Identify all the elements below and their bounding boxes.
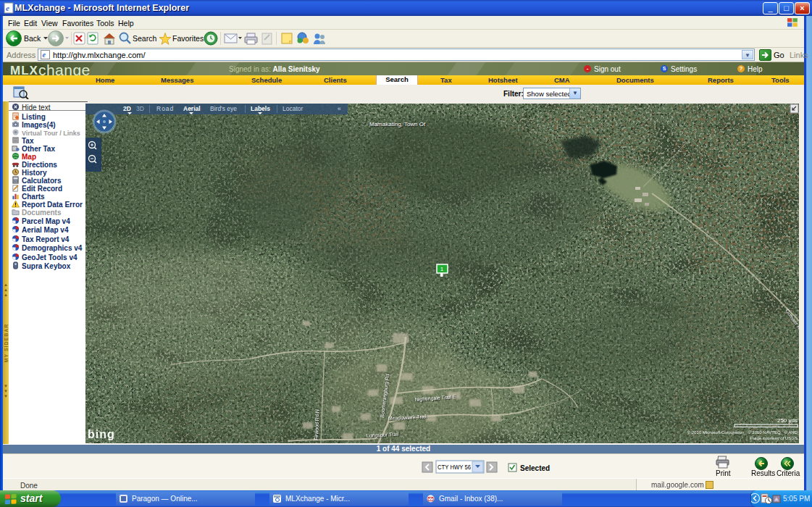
svg-text:Road: Road	[156, 105, 174, 112]
svg-text:e: e	[43, 51, 46, 59]
svg-text:Print: Print	[716, 469, 731, 477]
svg-text:Criteria: Criteria	[777, 469, 800, 477]
svg-text:Mamakating, Town Of: Mamakating, Town Of	[369, 121, 426, 127]
svg-text:Image courtesy of USGS: Image courtesy of USGS	[750, 436, 798, 440]
svg-text:© 2010 Microsoft Corporation: © 2010 Microsoft Corporation © 2010 NAVT…	[687, 430, 798, 435]
svg-text:Results: Results	[751, 469, 775, 477]
svg-text:Bird's eye: Bird's eye	[210, 105, 237, 112]
svg-text:Search: Search	[133, 34, 156, 43]
svg-text:CTY HWY 56: CTY HWY 56	[438, 464, 471, 471]
svg-text:Firwood Rd N: Firwood Rd N	[314, 409, 319, 440]
svg-text:Labels: Labels	[251, 105, 270, 112]
svg-text:250 yds: 250 yds	[777, 417, 798, 424]
svg-text:«: «	[338, 105, 341, 112]
svg-text:e: e	[6, 4, 9, 12]
svg-text:Aerial: Aerial	[183, 105, 201, 112]
svg-text:1: 1	[440, 266, 444, 272]
svg-text:Locator: Locator	[282, 105, 304, 112]
svg-text:bing: bing	[88, 428, 115, 440]
svg-text:Selected: Selected	[520, 464, 550, 472]
svg-text:3D: 3D	[136, 105, 144, 112]
svg-text:2D: 2D	[123, 105, 131, 112]
svg-text:Favorites: Favorites	[172, 34, 204, 43]
svg-text:Back: Back	[24, 34, 41, 43]
